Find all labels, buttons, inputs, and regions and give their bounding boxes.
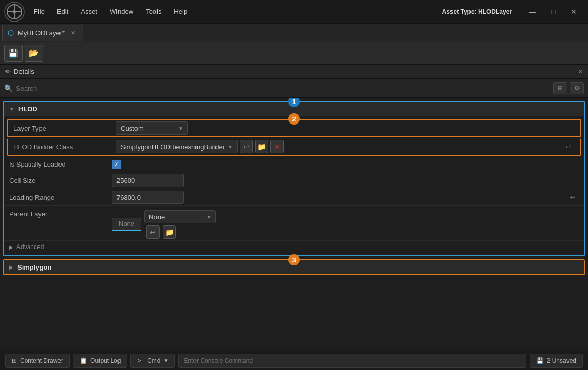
parent-layer-right: None ▼ ↩ 📁 [144,210,216,239]
main-tab[interactable]: ⬡ MyHLODLayer* ✕ [2,25,83,41]
layer-type-dropdown[interactable]: Custom ▼ [116,121,188,135]
window-controls: — □ ✕ [522,4,584,19]
parent-layer-value: None None ▼ ↩ [112,210,579,239]
menu-asset[interactable]: Asset [75,6,103,17]
search-bar: 🔍 ⊞ ⚙ [0,79,588,98]
simplygon-chevron-icon: ▶ [9,264,13,270]
tab-icon: ⬡ [8,29,14,37]
layer-type-label: Layer Type [13,125,116,132]
menu-tools[interactable]: Tools [141,6,166,17]
hlod-builder-dropdown[interactable]: SimplygonHLODRemeshingBuilder ▼ [116,140,238,153]
hlod-properties: 2 Layer Type Custom ▼ HLOD Builder Class [4,116,584,255]
svg-point-4 [13,10,16,13]
parent-layer-top: None ▼ [144,210,216,223]
hlod-builder-controls: SimplygonHLODRemeshingBuilder ▼ ↩ 📁 ✕ [116,140,284,153]
simplygon-section-header[interactable]: 3 ▶ Simplygon [4,260,584,274]
hlod-builder-row: HLOD Builder Class SimplygonHLODRemeshin… [7,138,581,156]
loading-range-row: Loading Range ↩ [4,189,584,206]
close-button[interactable]: ✕ [563,4,584,19]
cell-size-row: Cell Size [4,172,584,189]
output-log-icon: 📋 [80,357,87,364]
toolbar: 💾 📂 [0,42,588,65]
hlod-builder-back-icon[interactable]: ↩ [240,140,253,153]
spatially-loaded-checkbox[interactable]: ✓ [112,160,121,169]
parent-layer-widget: None None ▼ ↩ [112,210,216,239]
open-button[interactable]: 📂 [25,45,43,62]
status-bar: ⊞ Content Drawer 📋 Output Log >_ Cmd ▼ 💾… [0,351,588,370]
loading-range-reset-icon[interactable]: ↩ [566,192,579,202]
tab-label: MyHLODLayer* [18,29,65,37]
loading-range-value [112,191,566,204]
panel-title: ✏ Details [5,68,574,75]
unsaved-button[interactable]: 💾 2 Unsaved [530,354,583,368]
hlod-builder-browse-icon[interactable]: 📁 [255,140,268,153]
layer-type-value: Custom ▼ [116,121,575,135]
unsaved-label: 2 Unsaved [547,357,576,364]
search-right: ⊞ ⚙ [553,82,584,94]
hlod-section-title: HLOD [18,105,37,113]
details-title: Details [14,68,34,75]
loading-range-label: Loading Range [9,194,112,201]
parent-layer-dropdown[interactable]: None ▼ [144,210,216,223]
search-input[interactable] [16,85,550,92]
cmd-label: Cmd [147,357,160,364]
hlod-section: 1 ▼ HLOD 2 Layer Type Custom ▼ [3,101,585,256]
tab-bar: ⬡ MyHLODLayer* ✕ [0,24,588,42]
menu-file[interactable]: File [29,6,50,17]
search-settings-button[interactable]: ⚙ [570,82,584,94]
console-input[interactable] [178,354,526,368]
hlod-builder-clear-icon[interactable]: ✕ [270,140,284,153]
content-area: 1 ▼ HLOD 2 Layer Type Custom ▼ [0,98,588,351]
output-log-button[interactable]: 📋 Output Log [73,354,127,368]
spatially-loaded-label: Is Spatially Loaded [9,160,112,168]
cell-size-input[interactable] [112,174,184,187]
tab-close-icon[interactable]: ✕ [71,30,75,36]
menu-help[interactable]: Help [168,6,192,17]
menu-window[interactable]: Window [105,6,139,17]
save-icon: 💾 [536,357,544,364]
hlod-builder-dropdown-arrow-icon: ▼ [228,144,233,150]
badge-2: 2 [288,113,300,125]
output-log-label: Output Log [90,357,121,364]
search-grid-button[interactable]: ⊞ [553,82,567,94]
hlod-builder-label: HLOD Builder Class [13,143,116,151]
content-drawer-icon: ⊞ [12,357,17,364]
layer-type-row: 2 Layer Type Custom ▼ [7,119,581,137]
title-bar: File Edit Asset Window Tools Help Asset … [0,0,588,24]
parent-layer-dropdown-text: None [149,213,203,221]
parent-layer-bottom: ↩ 📁 [146,225,216,239]
layer-type-dropdown-text: Custom [121,125,175,132]
layer-type-dropdown-arrow-icon: ▼ [178,126,183,131]
loading-range-input[interactable] [112,191,184,204]
panel-close-button[interactable]: ✕ [578,68,583,75]
maximize-button[interactable]: □ [543,4,563,19]
badge-3: 3 [288,254,300,265]
hlod-builder-dropdown-text: SimplygonHLODRemeshingBuilder [121,143,225,151]
parent-layer-none-button[interactable]: None [112,218,141,231]
parent-layer-label: Parent Layer [9,210,112,218]
hlod-builder-value: SimplygonHLODRemeshingBuilder ▼ ↩ 📁 ✕ [116,140,562,153]
asset-type: Asset Type: HLODLayer [442,8,512,15]
advanced-row[interactable]: ▶ Advanced [4,241,584,253]
cmd-button[interactable]: >_ Cmd ▼ [130,354,175,368]
save-button[interactable]: 💾 [4,45,23,62]
parent-layer-row: Parent Layer None None ▼ [4,206,584,241]
pencil-icon: ✏ [5,68,11,75]
main-area: ✏ Details ✕ 🔍 ⊞ ⚙ 1 ▼ HLOD [0,65,588,351]
menu-edit[interactable]: Edit [52,6,73,17]
parent-layer-back-icon[interactable]: ↩ [146,225,160,239]
panel-header: ✏ Details ✕ [0,65,588,79]
advanced-label: Advanced [16,243,44,251]
search-icon: 🔍 [4,84,13,92]
details-panel: ✏ Details ✕ 🔍 ⊞ ⚙ 1 ▼ HLOD [0,65,588,351]
badge-1: 1 [288,98,300,107]
simplygon-section-title: Simplygon [17,263,51,271]
minimize-button[interactable]: — [522,4,543,19]
layer-type-reset-icon[interactable]: ↩ [562,141,575,152]
simplygon-section: 3 ▶ Simplygon [3,259,585,275]
spatially-loaded-row: Is Spatially Loaded ✓ [4,157,584,172]
parent-layer-browse-icon[interactable]: 📁 [163,225,176,239]
cmd-icon: >_ [137,357,144,364]
content-drawer-button[interactable]: ⊞ Content Drawer [5,354,70,368]
app-logo [4,2,25,22]
